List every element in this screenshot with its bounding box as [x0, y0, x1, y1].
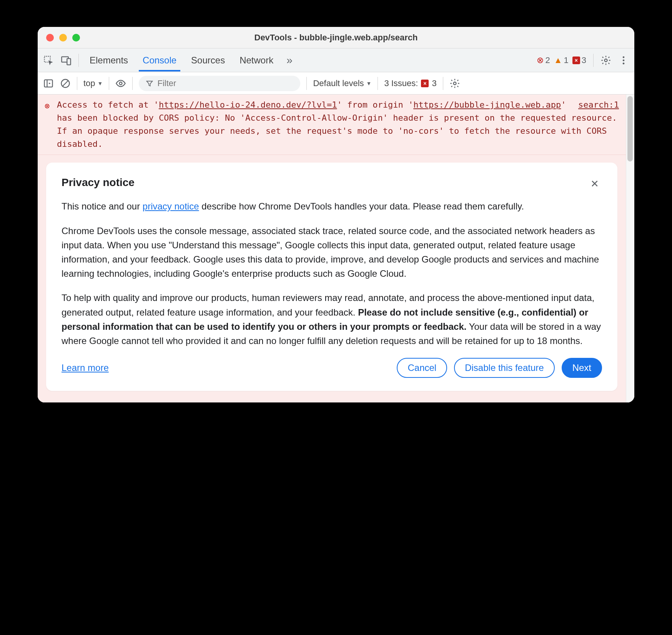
svg-rect-2 — [67, 58, 70, 65]
privacy-notice-link[interactable]: privacy notice — [143, 201, 199, 211]
main-toolbar: Elements Console Sources Network » ⊗ 2 ▲… — [38, 48, 634, 72]
svg-point-12 — [453, 82, 456, 85]
window-minimize-button[interactable] — [59, 34, 67, 42]
disable-feature-button[interactable]: Disable this feature — [454, 358, 554, 378]
scroll-thumb[interactable] — [627, 96, 633, 161]
svg-point-5 — [623, 59, 625, 61]
tab-console[interactable]: Console — [139, 49, 180, 71]
more-menu-icon[interactable] — [618, 55, 629, 66]
clear-console-icon[interactable] — [60, 78, 71, 89]
filter-icon — [146, 80, 153, 87]
privacy-body: This notice and our privacy notice descr… — [62, 199, 602, 348]
filter-input[interactable] — [157, 78, 293, 88]
console-area: ⊗ search:1Access to fetch at 'https://he… — [38, 95, 634, 402]
traffic-lights — [46, 34, 80, 42]
warning-count[interactable]: ▲ 1 — [554, 55, 569, 65]
scrollbar[interactable] — [626, 95, 634, 402]
svg-point-4 — [623, 56, 625, 58]
cancel-button[interactable]: Cancel — [397, 358, 447, 378]
console-settings-icon[interactable] — [449, 78, 460, 89]
settings-icon[interactable] — [600, 55, 611, 66]
svg-point-11 — [120, 82, 122, 85]
toggle-sidebar-icon[interactable] — [43, 78, 54, 89]
log-levels-selector[interactable]: Default levels ▼ — [313, 78, 371, 88]
message-count[interactable]: × 3 — [572, 55, 586, 65]
tab-network[interactable]: Network — [236, 49, 277, 71]
privacy-notice-panel: Privacy notice ✕ This notice and our pri… — [46, 163, 617, 391]
error-icon: ⊗ — [45, 100, 53, 151]
issues-indicator[interactable]: 3 Issues: × 3 — [384, 78, 436, 88]
svg-rect-7 — [45, 80, 53, 87]
window-close-button[interactable] — [46, 34, 54, 42]
learn-more-link[interactable]: Learn more — [62, 362, 109, 373]
error-url-2[interactable]: https://bubble-jingle.web.app — [413, 100, 561, 110]
filter-input-wrap[interactable] — [139, 76, 300, 91]
source-link[interactable]: search:1 — [578, 98, 619, 111]
warning-icon: ▲ — [554, 55, 562, 65]
chevron-down-icon: ▼ — [366, 80, 372, 86]
window-title: DevTools - bubble-jingle.web.app/search — [38, 33, 634, 43]
titlebar: DevTools - bubble-jingle.web.app/search — [38, 27, 634, 48]
svg-point-6 — [623, 62, 625, 64]
next-button[interactable]: Next — [562, 358, 602, 378]
inspect-element-icon[interactable] — [43, 55, 54, 66]
console-error-message[interactable]: ⊗ search:1Access to fetch at 'https://he… — [38, 95, 626, 155]
console-toolbar: top ▼ Default levels ▼ 3 Issues: × 3 — [38, 72, 634, 95]
window-maximize-button[interactable] — [72, 34, 80, 42]
error-text: search:1Access to fetch at 'https://hell… — [57, 98, 619, 151]
close-icon[interactable]: ✕ — [587, 176, 602, 191]
svg-line-10 — [63, 81, 68, 86]
devtools-window: DevTools - bubble-jingle.web.app/search … — [38, 27, 634, 402]
privacy-panel-wrap: Privacy notice ✕ This notice and our pri… — [38, 155, 626, 402]
error-icon: ⊗ — [537, 55, 544, 65]
issues-icon: × — [421, 80, 429, 87]
tab-sources[interactable]: Sources — [187, 49, 229, 71]
live-expression-icon[interactable] — [115, 78, 126, 89]
context-selector[interactable]: top ▼ — [83, 78, 103, 88]
chevron-down-icon: ▼ — [98, 80, 103, 86]
privacy-title: Privacy notice — [62, 176, 135, 189]
device-toolbar-icon[interactable] — [61, 55, 72, 66]
tab-elements[interactable]: Elements — [86, 49, 132, 71]
status-counts[interactable]: ⊗ 2 ▲ 1 × 3 — [537, 55, 586, 65]
more-tabs-button[interactable]: » — [284, 54, 295, 66]
message-icon: × — [572, 57, 580, 64]
error-count[interactable]: ⊗ 2 — [537, 55, 550, 65]
error-url-1[interactable]: https://hello-io-24.deno.dev/?lvl=1 — [159, 100, 337, 110]
privacy-footer: Learn more Cancel Disable this feature N… — [62, 358, 602, 378]
svg-point-3 — [605, 59, 607, 62]
